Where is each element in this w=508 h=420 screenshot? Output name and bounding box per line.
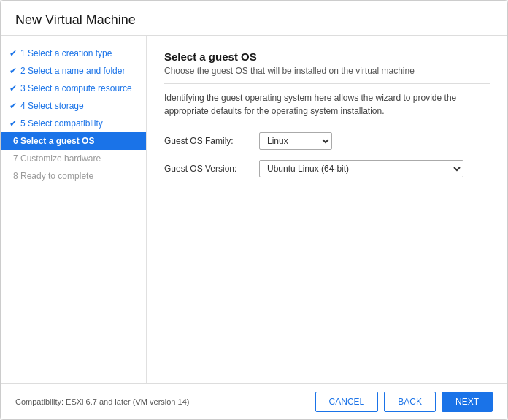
dialog-title: New Virtual Machine (15, 12, 493, 28)
os-version-label: Guest OS Version: (164, 164, 259, 174)
sidebar-label-step5: 5 Select compatibility (20, 118, 103, 129)
sidebar-item-step6[interactable]: 6 Select a guest OS (1, 132, 146, 150)
dialog-header: New Virtual Machine (1, 1, 507, 36)
sidebar-item-step8: 8 Ready to complete (1, 167, 146, 185)
sidebar-item-step5[interactable]: ✔ 5 Select compatibility (1, 115, 146, 132)
check-icon-step1: ✔ (9, 48, 17, 58)
sidebar-item-step1[interactable]: ✔ 1 Select a creation type (1, 45, 146, 62)
check-icon-step5: ✔ (9, 118, 17, 129)
sidebar: ✔ 1 Select a creation type ✔ 2 Select a … (1, 36, 147, 383)
os-family-row: Guest OS Family: Linux Windows Other (164, 132, 490, 150)
cancel-button[interactable]: CANCEL (315, 392, 379, 412)
dialog-footer: Compatibility: ESXi 6.7 and later (VM ve… (1, 383, 507, 419)
sidebar-label-step2: 2 Select a name and folder (20, 66, 125, 76)
sidebar-label-step6: 6 Select a guest OS (13, 136, 94, 146)
sidebar-item-step3[interactable]: ✔ 3 Select a compute resource (1, 80, 146, 97)
back-button[interactable]: BACK (384, 392, 436, 412)
description: Identifying the guest operating system h… (164, 91, 490, 118)
main-content: Select a guest OS Choose the guest OS th… (147, 36, 507, 383)
sidebar-label-step3: 3 Select a compute resource (20, 83, 132, 93)
os-family-select[interactable]: Linux Windows Other (259, 132, 332, 150)
check-icon-step4: ✔ (9, 101, 17, 111)
section-subtitle: Choose the guest OS that will be install… (164, 66, 490, 84)
dialog-body: ✔ 1 Select a creation type ✔ 2 Select a … (1, 36, 507, 383)
sidebar-label-step1: 1 Select a creation type (20, 48, 112, 58)
sidebar-item-step4[interactable]: ✔ 4 Select storage (1, 97, 146, 115)
check-icon-step2: ✔ (9, 66, 17, 76)
sidebar-label-step8: 8 Ready to complete (13, 171, 93, 181)
section-title: Select a guest OS (164, 50, 490, 63)
compatibility-text: Compatibility: ESXi 6.7 and later (VM ve… (15, 397, 309, 406)
check-icon-step3: ✔ (9, 83, 17, 93)
sidebar-item-step7: 7 Customize hardware (1, 150, 146, 167)
next-button[interactable]: NEXT (442, 392, 493, 412)
os-family-label: Guest OS Family: (164, 136, 259, 146)
os-version-select[interactable]: Ubuntu Linux (64-bit) Ubuntu Linux (32-b… (259, 160, 463, 177)
sidebar-item-step2[interactable]: ✔ 2 Select a name and folder (1, 62, 146, 80)
sidebar-label-step4: 4 Select storage (20, 101, 84, 111)
os-version-row: Guest OS Version: Ubuntu Linux (64-bit) … (164, 160, 490, 177)
sidebar-label-step7: 7 Customize hardware (13, 153, 101, 164)
new-vm-dialog: New Virtual Machine ✔ 1 Select a creatio… (0, 0, 508, 420)
